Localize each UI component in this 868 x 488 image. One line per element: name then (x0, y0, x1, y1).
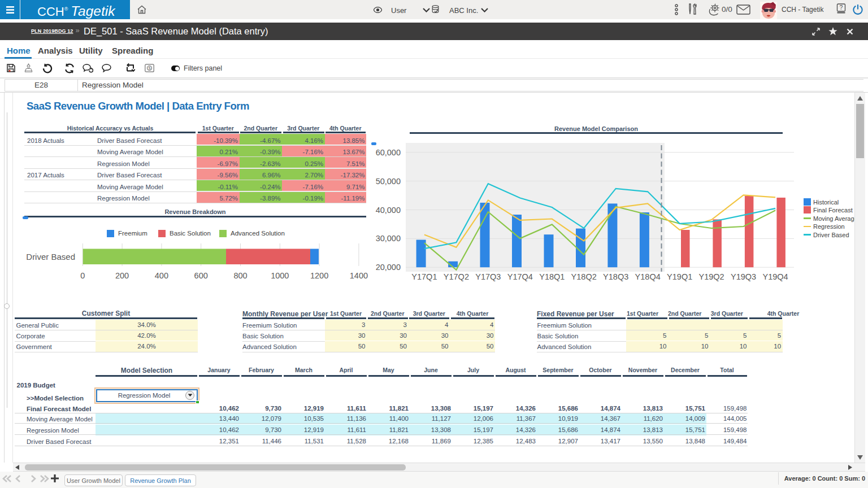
svg-text:Y17Q4: Y17Q4 (507, 272, 533, 281)
svg-text:Y19Q3: Y19Q3 (731, 272, 756, 281)
svg-text:40,000: 40,000 (376, 206, 401, 215)
svg-text:Y17Q2: Y17Q2 (444, 272, 469, 281)
svg-text:Y17Q3: Y17Q3 (475, 272, 501, 281)
svg-text:Y18Q3: Y18Q3 (603, 272, 628, 281)
svg-text:50,000: 50,000 (376, 177, 401, 186)
svg-text:Y19Q2: Y19Q2 (699, 272, 724, 281)
svg-text:Y17Q1: Y17Q1 (411, 272, 437, 281)
svg-text:60,000: 60,000 (376, 148, 401, 157)
svg-text:30,000: 30,000 (376, 234, 401, 243)
svg-text:Y18Q1: Y18Q1 (539, 272, 565, 281)
svg-text:Y18Q4: Y18Q4 (635, 272, 661, 281)
svg-text:Y19Q1: Y19Q1 (667, 272, 692, 281)
svg-text:Y18Q2: Y18Q2 (571, 272, 597, 281)
svg-text:20,000: 20,000 (376, 263, 401, 272)
svg-text:Y19Q4: Y19Q4 (763, 272, 788, 281)
